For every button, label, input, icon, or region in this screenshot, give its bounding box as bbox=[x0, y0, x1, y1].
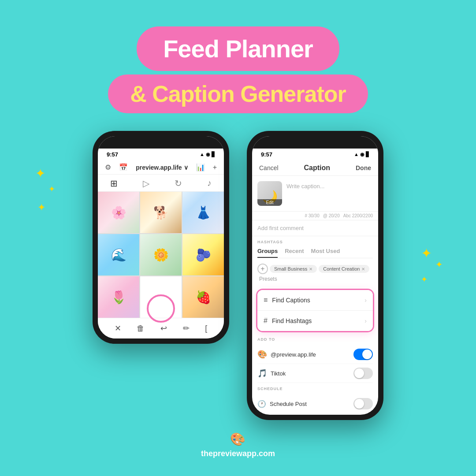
preview-toggle-row[interactable]: 🎨 @preview.app.life bbox=[257, 345, 373, 364]
tag-content-creation-remove[interactable]: ✕ bbox=[361, 267, 365, 271]
settings-icon[interactable]: ⚙ bbox=[105, 163, 111, 171]
title-badge: Feed Planner bbox=[137, 26, 339, 71]
edit-toolbar-icon[interactable]: ✏ bbox=[183, 324, 190, 333]
caption-done-button[interactable]: Done bbox=[356, 164, 371, 171]
photo-cell-3[interactable]: 👗 bbox=[182, 192, 224, 233]
photo-cell-9[interactable]: 🍓 bbox=[182, 276, 224, 318]
photo-cell-7[interactable]: 🌷 bbox=[98, 276, 139, 318]
edit-label[interactable]: Edit bbox=[257, 199, 282, 206]
find-captions-left: ≡ Find Captions bbox=[264, 296, 310, 304]
delete-toolbar-icon[interactable]: 🗑 bbox=[137, 324, 145, 333]
hashtag-tab-most-used[interactable]: Most Used bbox=[311, 248, 340, 258]
caption-input-area[interactable]: 🌙 Edit Write caption... bbox=[252, 176, 378, 212]
hashtag-counter: # 30/30 bbox=[305, 213, 319, 218]
hashtag-tab-recent[interactable]: Recent bbox=[285, 248, 304, 258]
feed-nav[interactable]: ⚙ 📅 preview.app.life ∨ 📊 + bbox=[98, 160, 224, 175]
add-to-section: ADD TO 🎨 @preview.app.life 🎵 Tiktok bbox=[252, 334, 378, 385]
music-tab-icon[interactable]: ♪ bbox=[207, 178, 212, 189]
tiktok-icon: 🎵 bbox=[257, 368, 267, 378]
hashtag-tab-groups[interactable]: Groups bbox=[257, 248, 278, 258]
caption-cancel-button[interactable]: Cancel bbox=[259, 164, 279, 171]
photo-1-content: 🌸 bbox=[98, 192, 139, 233]
action-rows: ≡ Find Captions › # Find Hashtags › bbox=[257, 290, 373, 331]
right-time: 9:57 bbox=[261, 151, 272, 158]
photo-6-content: 🫐 bbox=[182, 234, 224, 275]
tiktok-toggle-left: 🎵 Tiktok bbox=[257, 368, 286, 378]
video-tab-icon[interactable]: ▷ bbox=[143, 178, 149, 189]
find-hashtags-row[interactable]: # Find Hashtags › bbox=[257, 311, 373, 331]
schedule-post-left: 🕐 Schedule Post bbox=[257, 400, 307, 408]
find-captions-chevron-icon: › bbox=[364, 297, 367, 304]
tiktok-label: Tiktok bbox=[271, 370, 286, 377]
photo-cell-4[interactable]: 🌊 bbox=[98, 234, 139, 275]
caption-nav[interactable]: Cancel Caption Done bbox=[252, 160, 378, 176]
photo-9-content: 🍓 bbox=[182, 276, 224, 318]
branding-logo-icon: 🎨 bbox=[230, 432, 245, 446]
right-status-icons: ▲ ◉ ▊ bbox=[354, 152, 369, 157]
char-counter: Abc 2200/2200 bbox=[343, 213, 373, 218]
feed-nav-title[interactable]: preview.app.life ∨ bbox=[136, 164, 188, 171]
branding: 🎨 thepreviewapp.com bbox=[201, 432, 275, 458]
subtitle: & Caption Generator bbox=[130, 81, 346, 107]
find-captions-row[interactable]: ≡ Find Captions › bbox=[257, 290, 373, 311]
tiktok-toggle-row[interactable]: 🎵 Tiktok bbox=[257, 364, 373, 383]
feed-tabs[interactable]: ⊞ ▷ ↻ ♪ bbox=[98, 175, 224, 192]
schedule-post-row[interactable]: 🕐 Schedule Post bbox=[257, 394, 373, 413]
caption-input[interactable]: Write caption... bbox=[286, 181, 373, 206]
hashtags-section: HASHTAGS Groups Recent Most Used + Small… bbox=[252, 236, 378, 287]
tag-content-creation[interactable]: Content Creation ✕ bbox=[319, 265, 369, 273]
sparkle-5-icon: ✦ bbox=[435, 260, 443, 269]
calendar-icon[interactable]: 📅 bbox=[119, 163, 128, 171]
phones-container: 9:57 ▲ ◉ ▊ ⚙ 📅 preview.app.life ∨ 📊 + ⊞ … bbox=[93, 131, 383, 420]
grid-tab-icon[interactable]: ⊞ bbox=[110, 178, 118, 189]
sparkle-3-icon: ✦ bbox=[37, 203, 45, 212]
tag-content-creation-label: Content Creation bbox=[323, 266, 360, 271]
right-phone-notch bbox=[252, 136, 378, 149]
hash-icon: # bbox=[264, 317, 268, 325]
schedule-toggle-knob bbox=[354, 399, 364, 409]
refresh-tab-icon[interactable]: ↻ bbox=[175, 178, 182, 189]
subtitle-badge: & Caption Generator bbox=[108, 74, 368, 113]
preview-toggle[interactable] bbox=[353, 349, 373, 360]
sparkle-1-icon: ✦ bbox=[35, 167, 45, 180]
photo-cell-6[interactable]: 🫐 bbox=[182, 234, 224, 275]
header: Feed Planner & Caption Generator bbox=[108, 26, 368, 113]
right-phone: 9:57 ▲ ◉ ▊ Cancel Caption Done 🌙 Edit Wr… bbox=[247, 131, 383, 420]
photo-cell-1[interactable]: 🌸 bbox=[98, 192, 139, 233]
left-status-bar: 9:57 ▲ ◉ ▊ bbox=[98, 149, 224, 160]
chart-icon[interactable]: 📊 bbox=[196, 163, 205, 171]
hashtag-tabs[interactable]: Groups Recent Most Used bbox=[257, 248, 373, 258]
find-hashtags-chevron-icon: › bbox=[364, 317, 367, 324]
schedule-toggle[interactable] bbox=[353, 398, 373, 409]
add-comment[interactable]: Add first comment bbox=[252, 220, 378, 236]
close-toolbar-icon[interactable]: ✕ bbox=[115, 324, 121, 333]
caption-photo-thumb: 🌙 Edit bbox=[257, 181, 282, 206]
hashtag-tags: + Small Business ✕ Content Creation ✕ Pr… bbox=[257, 262, 373, 286]
photo-cell-5[interactable]: 🌼 bbox=[140, 234, 182, 275]
left-phone: 9:57 ▲ ◉ ▊ ⚙ 📅 preview.app.life ∨ 📊 + ⊞ … bbox=[93, 131, 229, 344]
right-notch-inner bbox=[289, 136, 342, 147]
main-title: Feed Planner bbox=[163, 34, 313, 63]
pink-circle-highlight bbox=[147, 294, 175, 323]
tag-small-business-remove[interactable]: ✕ bbox=[309, 267, 312, 271]
crop-toolbar-icon[interactable]: [ bbox=[205, 324, 207, 333]
add-tag-button[interactable]: + bbox=[257, 264, 268, 274]
plus-icon[interactable]: + bbox=[213, 164, 217, 171]
undo-toolbar-icon[interactable]: ↩ bbox=[160, 324, 167, 333]
photo-5-content: 🌼 bbox=[140, 234, 182, 275]
left-phone-notch bbox=[98, 136, 224, 149]
clock-icon: 🕐 bbox=[257, 400, 266, 408]
caption-title: Caption bbox=[304, 164, 331, 172]
photo-cell-2[interactable]: 🐕 bbox=[140, 192, 182, 233]
tag-small-business[interactable]: Small Business ✕ bbox=[270, 265, 317, 273]
find-hashtags-label: Find Hashtags bbox=[272, 317, 312, 324]
branding-url: thepreviewapp.com bbox=[201, 449, 275, 458]
left-notch-inner bbox=[134, 136, 187, 147]
hashtags-section-label: HASHTAGS bbox=[257, 240, 373, 244]
find-captions-label: Find Captions bbox=[272, 297, 310, 304]
tiktok-toggle[interactable] bbox=[353, 368, 373, 379]
tag-small-business-label: Small Business bbox=[274, 266, 307, 271]
list-icon: ≡ bbox=[264, 296, 268, 304]
presets-label[interactable]: Presets bbox=[259, 276, 277, 282]
photo-2-content: 🐕 bbox=[140, 192, 182, 233]
